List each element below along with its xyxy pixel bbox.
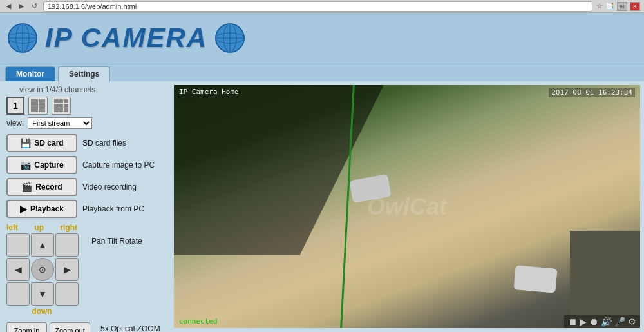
grid-icon[interactable]: ⊞ (617, 2, 627, 11)
ptz-empty-bl (6, 282, 30, 306)
ptz-down-btn[interactable]: ▼ (31, 282, 54, 306)
ptz-right-btn[interactable]: ▶ (55, 258, 79, 281)
record-desc: Video recording (82, 182, 137, 191)
camera-controls-bar: ⏹ ▶ ⏺ 🔊 🎤 ⚙ (564, 315, 640, 328)
sdcard-desc: SD card files (82, 139, 126, 148)
camera-car1 (350, 174, 392, 203)
record-icon: 🎬 (21, 182, 32, 192)
capture-row: 📷 Capture Capture image to PC (6, 156, 167, 174)
tab-monitor[interactable]: Monitor (5, 66, 55, 81)
globe-right-icon (214, 22, 246, 54)
ptz-down-label: down (6, 307, 77, 316)
ptz-section: left up right ▲ ◀ ⊙ ▶ (6, 223, 167, 332)
ptz-center-btn[interactable]: ⊙ (31, 258, 54, 281)
playback-icon: ▶ (20, 204, 27, 214)
url-bar[interactable]: 192.168.1.6/web/admin.html (43, 1, 592, 12)
channel-view-section: view in 1/4/9 channels 1 view: First str… (6, 85, 167, 129)
browser-right-icons: ☆ 📑 ⊞ ✕ (596, 2, 640, 11)
tabs-bar: Monitor Settings (0, 63, 644, 81)
cam-ctrl-play-icon[interactable]: ▶ (580, 317, 587, 327)
camera-feed: OwlCat IP Camera Home 2017-08-01 16:23:3… (174, 81, 644, 332)
playback-button[interactable]: ▶ Playback (6, 200, 77, 218)
cam-ctrl-settings-icon[interactable]: ⚙ (628, 317, 636, 327)
camera-building (570, 231, 640, 328)
ptz-up-btn[interactable]: ▲ (31, 233, 54, 257)
sdcard-icon: 💾 (20, 138, 31, 148)
cam-ctrl-record-icon[interactable]: ⏺ (589, 317, 598, 327)
zoom-in-btn[interactable]: Zoom in (6, 322, 47, 332)
record-row: 🎬 Record Video recording (6, 178, 167, 196)
globe-left-icon (6, 22, 39, 54)
close-red-icon[interactable]: ✕ (630, 2, 640, 11)
view-label: view: (6, 119, 24, 128)
channel-1-btn[interactable]: 1 (6, 97, 24, 115)
ptz-left-btn[interactable]: ◀ (6, 258, 30, 281)
camera-label: IP Camera Home (179, 88, 239, 96)
star-icon[interactable]: ☆ (596, 2, 603, 11)
app-title: IP CAMERA (45, 23, 207, 54)
left-panel: view in 1/4/9 channels 1 view: First str… (0, 81, 174, 332)
ptz-up-label: up (34, 223, 44, 232)
tab-settings[interactable]: Settings (58, 66, 110, 81)
nav-forward-btn[interactable]: ▶ (17, 2, 26, 10)
main-layout: view in 1/4/9 channels 1 view: First str… (0, 81, 644, 332)
ptz-empty-tr (55, 233, 79, 257)
camera-car2 (513, 266, 557, 294)
record-button[interactable]: 🎬 Record (6, 178, 77, 196)
sdcard-button[interactable]: 💾 SD card (6, 134, 77, 152)
ptz-grid: ▲ ◀ ⊙ ▶ ▼ (6, 233, 77, 306)
playback-label: Playback (30, 204, 64, 213)
playback-desc: Playback from PC (82, 204, 144, 213)
zoom-out-btn[interactable]: Zoom out (50, 322, 90, 332)
channel-hint: view in 1/4/9 channels (19, 85, 167, 94)
cam-ctrl-stop-icon[interactable]: ⏹ (568, 317, 577, 327)
playback-row: ▶ Playback Playback from PC (6, 200, 167, 218)
zoom-row: Zoom in Zoom out (6, 322, 90, 332)
view-row: view: First stream Second stream (6, 117, 167, 129)
camera-timestamp: 2017-08-01 16:23:34 (549, 88, 635, 97)
nav-back-btn[interactable]: ◀ (4, 2, 13, 10)
ptz-left-label: left (6, 223, 18, 232)
app-header: IP CAMERA (0, 13, 644, 63)
sdcard-row: 💾 SD card SD card files (6, 134, 167, 152)
ptz-empty-tl (6, 233, 30, 257)
capture-icon: 📷 (20, 160, 31, 170)
ptz-right-label: right (60, 223, 77, 232)
nav-refresh-btn[interactable]: ↺ (30, 2, 39, 10)
view-select[interactable]: First stream Second stream (28, 117, 92, 129)
cam-ctrl-sound-icon[interactable]: 🔊 (601, 317, 612, 327)
ptz-empty-br (55, 282, 79, 306)
channel-9-btn[interactable] (52, 97, 71, 115)
camera-status: connected (179, 317, 218, 326)
channel-4-btn[interactable] (28, 97, 48, 115)
record-label: Record (35, 182, 62, 191)
capture-desc: Capture image to PC (82, 161, 155, 170)
sdcard-label: SD card (34, 139, 63, 148)
bookmark-icon[interactable]: 📑 (605, 2, 614, 11)
camera-background: OwlCat IP Camera Home 2017-08-01 16:23:3… (174, 85, 640, 328)
ptz-desc: Pan Tilt Rotate (91, 237, 142, 246)
capture-label: Capture (34, 161, 63, 170)
capture-button[interactable]: 📷 Capture (6, 156, 77, 174)
zoom-desc: 5x Optical ZOOM (100, 324, 160, 332)
cam-ctrl-mic-icon[interactable]: 🎤 (614, 317, 625, 327)
channel-buttons: 1 (6, 97, 167, 115)
camera-container: OwlCat IP Camera Home 2017-08-01 16:23:3… (174, 85, 640, 328)
browser-chrome: ◀ ▶ ↺ 192.168.1.6/web/admin.html ☆ 📑 ⊞ ✕ (0, 0, 644, 13)
